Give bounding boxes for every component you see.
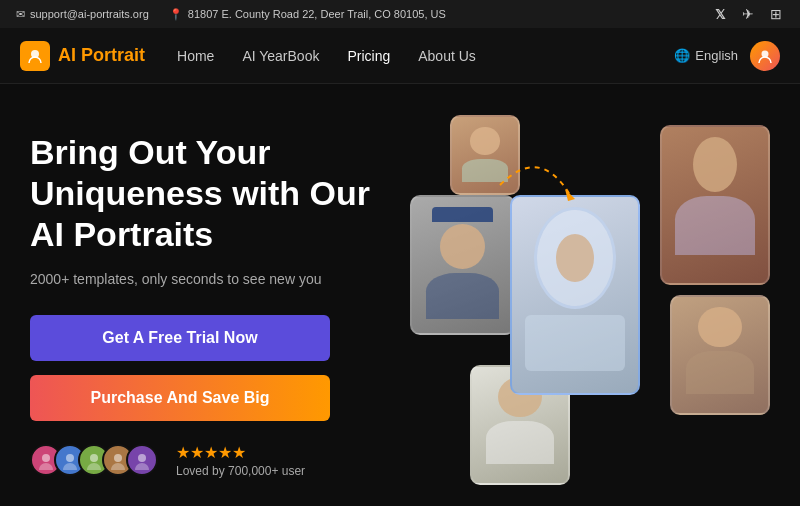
email-text: support@ai-portraits.org [30,8,149,20]
address-info: 📍 81807 E. County Road 22, Deer Trail, C… [169,8,446,21]
nav-item-pricing[interactable]: Pricing [347,47,390,65]
portrait-card-tall-right [660,125,770,285]
purchase-button[interactable]: Purchase And Save Big [30,375,330,421]
hero-title: Bring Out Your Uniqueness with Our AI Po… [30,132,390,254]
social-proof: ★★★★★ Loved by 700,000+ user [30,443,390,478]
proof-label: Loved by 700,000+ user [176,464,305,478]
portrait-collage [410,115,770,495]
nav-link-pricing[interactable]: Pricing [347,48,390,64]
proof-text-block: ★★★★★ Loved by 700,000+ user [176,443,305,478]
svg-point-6 [138,454,146,462]
hero-content: Bring Out Your Uniqueness with Our AI Po… [30,132,390,477]
navbar: AI Portrait Home AI YearBook Pricing Abo… [0,28,800,84]
nav-item-about[interactable]: About Us [418,47,476,65]
user-avatars [30,444,150,476]
nav-left: AI Portrait Home AI YearBook Pricing Abo… [20,41,476,71]
avatar-5 [126,444,158,476]
nav-item-home[interactable]: Home [177,47,214,65]
svg-point-2 [42,454,50,462]
user-avatar[interactable] [750,41,780,71]
brand-icon [20,41,50,71]
address-text: 81807 E. County Road 22, Deer Trail, CO … [188,8,446,20]
twitter-icon[interactable]: 𝕏 [712,6,728,22]
nav-links: Home AI YearBook Pricing About Us [177,47,476,65]
nav-link-about[interactable]: About Us [418,48,476,64]
nav-right: 🌐 English [674,41,780,71]
nav-link-home[interactable]: Home [177,48,214,64]
email-info: ✉ support@ai-portraits.org [16,8,149,21]
language-label: English [695,48,738,63]
email-icon: ✉ [16,8,25,21]
top-bar-info: ✉ support@ai-portraits.org 📍 81807 E. Co… [16,8,446,21]
trial-button[interactable]: Get A Free Trial Now [30,315,330,361]
svg-point-4 [90,454,98,462]
portrait-card-medium [410,195,515,335]
social-links: 𝕏 ✈ ⊞ [712,6,784,22]
brand-logo[interactable]: AI Portrait [20,41,145,71]
svg-point-5 [114,454,122,462]
telegram-icon[interactable]: ✈ [740,6,756,22]
discord-icon[interactable]: ⊞ [768,6,784,22]
hero-subtitle: 2000+ templates, only seconds to see new… [30,271,390,287]
hero-section: Bring Out Your Uniqueness with Our AI Po… [0,84,800,506]
language-button[interactable]: 🌐 English [674,48,738,63]
portrait-card-small-top [450,115,520,195]
brand-name: AI Portrait [58,45,145,66]
globe-icon: 🌐 [674,48,690,63]
portrait-card-right-bottom [670,295,770,415]
nav-item-yearbook[interactable]: AI YearBook [242,47,319,65]
top-bar: ✉ support@ai-portraits.org 📍 81807 E. Co… [0,0,800,28]
portrait-card-large-center [510,195,640,395]
svg-point-3 [66,454,74,462]
star-rating: ★★★★★ [176,443,305,462]
location-icon: 📍 [169,8,183,21]
nav-link-yearbook[interactable]: AI YearBook [242,48,319,64]
